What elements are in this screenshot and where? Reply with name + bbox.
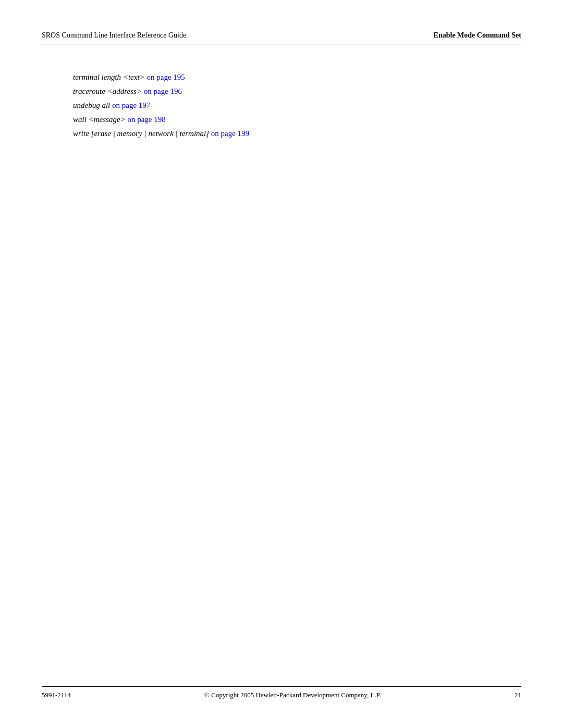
page-footer: 5991-2114 © Copyright 2005 Hewlett-Packa… <box>42 686 521 699</box>
footer-page-number: 21 <box>515 691 521 699</box>
list-item: write [erase | memory | network | termin… <box>73 127 521 141</box>
link-3[interactable]: on page 197 <box>112 101 150 109</box>
item-text-1: terminal length <text> <box>73 73 146 81</box>
item-text-3: undebug all <box>73 101 112 109</box>
header-left-text: SROS Command Line Interface Reference Gu… <box>42 31 186 40</box>
link-2[interactable]: on page 196 <box>144 87 182 95</box>
item-text-2: traceroute <address> <box>73 87 144 95</box>
footer-doc-number: 5991-2114 <box>42 691 71 699</box>
item-text-5: write [erase | memory | network | termin… <box>73 129 211 138</box>
item-text-4: wall <message> <box>73 115 127 124</box>
list-item: traceroute <address> on page 196 <box>73 84 521 98</box>
footer-copyright: © Copyright 2005 Hewlett-Packard Develop… <box>204 691 381 699</box>
link-1[interactable]: on page 195 <box>146 73 185 81</box>
page-container: SROS Command Line Interface Reference Gu… <box>0 0 563 728</box>
list-item: wall <message> on page 198 <box>73 113 521 127</box>
header-right-text: Enable Mode Command Set <box>434 31 521 40</box>
list-item: undebug all on page 197 <box>73 98 521 113</box>
list-item: terminal length <text> on page 195 <box>73 70 521 84</box>
page-header: SROS Command Line Interface Reference Gu… <box>42 31 521 44</box>
link-5[interactable]: on page 199 <box>211 129 249 138</box>
link-4[interactable]: on page 198 <box>127 115 165 124</box>
content-area: terminal length <text> on page 195 trace… <box>42 65 521 141</box>
